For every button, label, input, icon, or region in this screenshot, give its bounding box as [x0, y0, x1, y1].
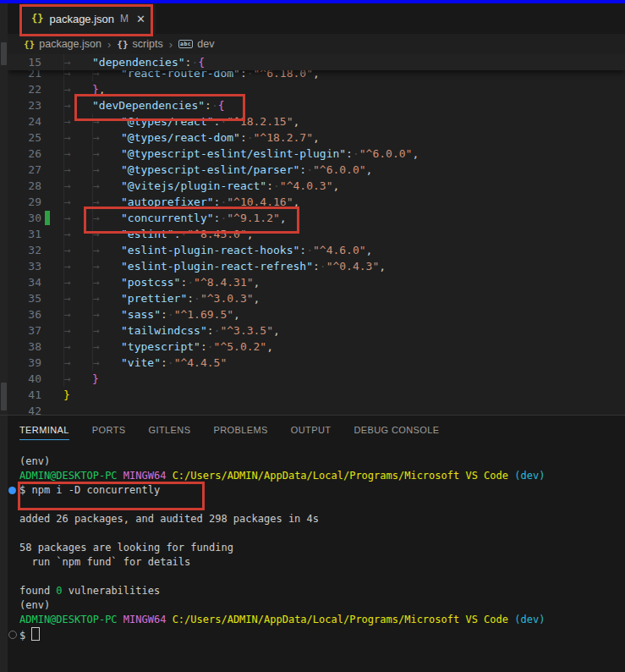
code-text: →"devDependencies":·{ — [63, 99, 225, 112]
code-line-29[interactable]: 29→→"autoprefixer":·"^10.4.16", — [8, 194, 625, 210]
code-line-15[interactable]: 15→"dependencies":·{ — [8, 54, 625, 70]
line-number[interactable]: 29 — [8, 194, 41, 210]
line-number[interactable]: 40 — [8, 371, 41, 387]
breadcrumb-item-package.json[interactable]: {}package.json — [24, 38, 101, 50]
panel-tab-gitlens[interactable]: GITLENS — [149, 425, 191, 440]
code-line-36[interactable]: 36→→"sass":·"^1.69.5", — [8, 306, 625, 322]
code-text: →→"eslint-plugin-react-refresh":·"^0.4.3… — [63, 260, 386, 273]
line-number[interactable]: 34 — [8, 274, 41, 290]
tab-whitespace-arrow: → — [63, 81, 92, 97]
code-line-32[interactable]: 32→→"eslint-plugin-react-hooks":·"^4.6.0… — [8, 242, 625, 258]
code-line-39[interactable]: 39→→"vite":·"^4.4.5" — [8, 355, 625, 371]
tab-whitespace-arrow: → — [92, 306, 121, 322]
code-line-21[interactable]: 21→→"react-router-dom":·"^6.18.0", — [8, 70, 625, 81]
prompt-decoration-icon[interactable] — [8, 631, 17, 639]
panel-tab-ports[interactable]: PORTS — [92, 425, 126, 440]
panel-tab-problems[interactable]: PROBLEMS — [213, 425, 267, 440]
tab-whitespace-arrow: → — [92, 274, 121, 290]
line-number[interactable]: 25 — [8, 129, 41, 146]
code-line-27[interactable]: 27→→"@typescript-eslint/parser":·"^6.0.0… — [8, 162, 625, 178]
line-number[interactable]: 26 — [8, 146, 41, 162]
line-number[interactable]: 21 — [8, 70, 41, 81]
line-number[interactable]: 23 — [8, 97, 41, 113]
line-number[interactable]: 15 — [8, 54, 41, 70]
tab-whitespace-arrow: → — [63, 242, 92, 258]
line-number[interactable]: 33 — [8, 258, 41, 274]
tab-whitespace-arrow: → — [63, 194, 92, 210]
terminal-line[interactable]: (env) — [8, 598, 625, 613]
terminal-line[interactable]: found 0 vulnerabilities — [8, 584, 625, 598]
code-line-22[interactable]: 22→}, — [8, 81, 625, 97]
line-number[interactable]: 42 — [8, 403, 41, 415]
terminal-line[interactable]: ADMIN@DESKTOP-PC MINGW64 C:/Users/ADMIN/… — [8, 469, 625, 483]
tab-whitespace-arrow: → — [63, 274, 92, 290]
terminal-line[interactable]: $ npm i -D concurrently — [8, 483, 625, 498]
code-line-25[interactable]: 25→→"@types/react-dom":·"^18.2.7", — [8, 129, 625, 146]
tab-whitespace-arrow: → — [63, 54, 92, 70]
line-number[interactable]: 38 — [8, 339, 41, 355]
code-line-41[interactable]: 41} — [8, 387, 625, 403]
code-line-26[interactable]: 26→→"@typescript-eslint/eslint-plugin":·… — [8, 146, 625, 162]
code-editor[interactable]: 15→"dependencies":·{ 21→→"react-router-d… — [8, 54, 625, 415]
tab-whitespace-arrow: → — [63, 322, 92, 339]
tab-whitespace-arrow: → — [63, 129, 92, 146]
json-file-icon: {} — [31, 13, 43, 25]
code-line-37[interactable]: 37→→"tailwindcss":·"^3.3.5", — [8, 322, 625, 339]
panel-tab-output[interactable]: OUTPUT — [291, 425, 332, 440]
line-number[interactable]: 28 — [8, 178, 41, 194]
terminal-line[interactable] — [8, 498, 625, 512]
terminal-line[interactable] — [8, 526, 625, 541]
tab-whitespace-arrow: → — [92, 194, 121, 210]
line-number[interactable]: 24 — [8, 113, 41, 129]
line-number[interactable]: 32 — [8, 242, 41, 258]
line-number[interactable]: 37 — [8, 322, 41, 339]
terminal-line[interactable]: (env) — [8, 454, 625, 469]
close-icon[interactable]: ✕ — [136, 13, 145, 25]
line-number[interactable]: 35 — [8, 290, 41, 306]
terminal-line[interactable]: 58 packages are looking for funding — [8, 541, 625, 555]
code-line-40[interactable]: 40→} — [8, 371, 625, 387]
line-number[interactable]: 39 — [8, 355, 41, 371]
tab-whitespace-arrow: → — [92, 113, 121, 129]
code-line-31[interactable]: 31→→"eslint":·"^8.45.0", — [8, 226, 625, 242]
code-line-30[interactable]: 30→→"concurrently":·"^9.1.2", — [8, 210, 625, 226]
code-line-35[interactable]: 35→→"prettier":·"^3.0.3", — [8, 290, 625, 306]
terminal-line[interactable]: $ — [8, 627, 625, 642]
breadcrumb-item-scripts[interactable]: {}scripts — [117, 38, 162, 50]
terminal-line[interactable]: run `npm fund` for details — [8, 555, 625, 570]
tab-whitespace-arrow: → — [92, 70, 121, 81]
line-number[interactable]: 27 — [8, 162, 41, 178]
braces-icon: {} — [24, 39, 35, 50]
line-number[interactable]: 41 — [8, 387, 41, 403]
git-added-gutter-bar — [45, 211, 50, 225]
code-text: →→"@typescript-eslint/parser":·"^6.0.0", — [63, 163, 372, 176]
tab-whitespace-arrow: → — [92, 129, 121, 146]
panel-tab-debug-console[interactable]: DEBUG CONSOLE — [354, 425, 439, 440]
breadcrumb-label: dev — [197, 38, 214, 50]
tab-whitespace-arrow: → — [63, 258, 92, 274]
line-number[interactable]: 31 — [8, 226, 41, 242]
terminal-cursor — [31, 627, 40, 641]
breadcrumb-item-dev[interactable]: abcdev — [178, 38, 214, 50]
breadcrumb-label: scripts — [133, 38, 163, 50]
terminal-line[interactable]: ADMIN@DESKTOP-PC MINGW64 C:/Users/ADMIN/… — [8, 613, 625, 627]
panel-tab-terminal[interactable]: TERMINAL — [19, 425, 69, 440]
line-number[interactable]: 30 — [8, 210, 41, 226]
code-line-33[interactable]: 33→→"eslint-plugin-react-refresh":·"^0.4… — [8, 258, 625, 274]
line-number[interactable]: 36 — [8, 306, 41, 322]
code-line-28[interactable]: 28→→"@vitejs/plugin-react":·"^4.0.3", — [8, 178, 625, 194]
sticky-scroll-line[interactable]: 15→"dependencies":·{ — [8, 54, 625, 70]
code-text: →→"vite":·"^4.4.5" — [63, 356, 227, 369]
code-text: →→"prettier":·"^3.0.3", — [63, 292, 260, 305]
code-line-42[interactable]: 42 — [8, 403, 625, 415]
tab-package-json[interactable]: {} package.json M ✕ — [23, 3, 156, 34]
command-decoration-icon[interactable] — [8, 487, 16, 494]
terminal-line[interactable]: added 26 packages, and audited 298 packa… — [8, 512, 625, 526]
code-line-38[interactable]: 38→→"typescript":·"^5.0.2", — [8, 339, 625, 355]
code-line-34[interactable]: 34→→"postcss":·"^8.4.31", — [8, 274, 625, 290]
terminal-line[interactable] — [8, 570, 625, 584]
code-line-23[interactable]: 23→"devDependencies":·{ — [8, 97, 625, 113]
terminal[interactable]: (env)ADMIN@DESKTOP-PC MINGW64 C:/Users/A… — [8, 454, 625, 642]
line-number[interactable]: 22 — [8, 81, 41, 97]
code-line-24[interactable]: 24→→"@types/react":·"^18.2.15", — [8, 113, 625, 129]
